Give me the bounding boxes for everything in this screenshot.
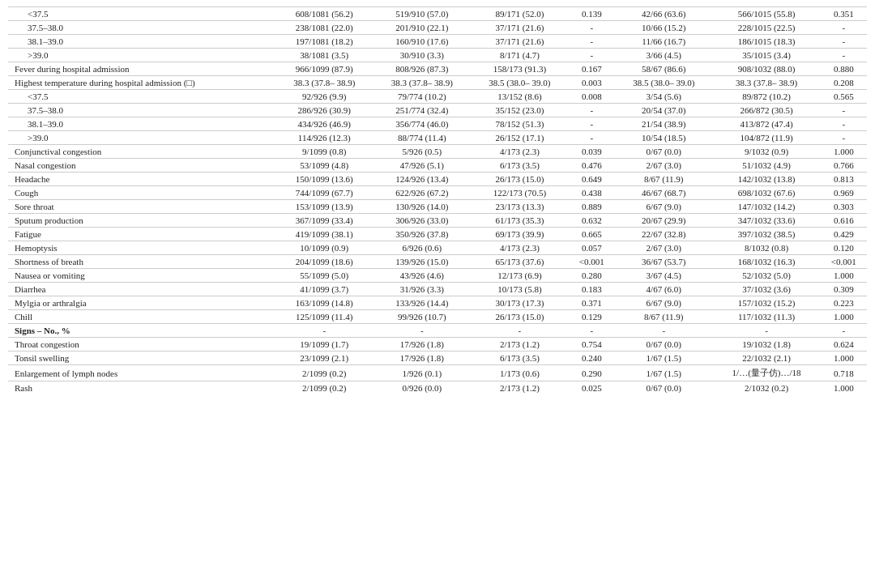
row-cell: 0.649 bbox=[569, 173, 615, 186]
row-cell: 566/1015 (55.8) bbox=[713, 7, 821, 21]
table-row: Sore throat153/1099 (13.9)130/926 (14.0)… bbox=[8, 200, 867, 214]
row-cell: 0.476 bbox=[569, 159, 615, 173]
row-cell: - bbox=[821, 21, 867, 35]
row-cell: 6/67 (9.0) bbox=[615, 200, 713, 214]
row-cell: 42/66 (63.6) bbox=[615, 7, 713, 21]
row-label: Chill bbox=[8, 310, 275, 324]
table-row: 37.5–38.0238/1081 (22.0)201/910 (22.1)37… bbox=[8, 21, 867, 35]
row-label: <37.5 bbox=[8, 90, 275, 104]
row-cell: 147/1032 (14.2) bbox=[713, 200, 821, 214]
table-row: <37.5608/1081 (56.2)519/910 (57.0)89/171… bbox=[8, 7, 867, 21]
row-cell: 37/1032 (3.6) bbox=[713, 283, 821, 296]
table-row: Nausea or vomiting55/1099 (5.0)43/926 (4… bbox=[8, 269, 867, 283]
row-cell: 117/1032 (11.3) bbox=[713, 310, 821, 324]
row-cell: - bbox=[615, 324, 713, 338]
row-cell: 142/1032 (13.8) bbox=[713, 173, 821, 186]
row-cell: 38.3 (37.8– 38.9) bbox=[275, 76, 373, 90]
table-row: >39.0114/926 (12.3)88/774 (11.4)26/152 (… bbox=[8, 131, 867, 145]
row-cell: 23/173 (13.3) bbox=[471, 200, 569, 214]
row-cell: 163/1099 (14.8) bbox=[275, 296, 373, 310]
row-cell: 6/926 (0.6) bbox=[373, 241, 472, 255]
row-cell: 0.008 bbox=[569, 90, 615, 104]
row-cell: 17/926 (1.8) bbox=[373, 352, 472, 365]
row-cell: 0.880 bbox=[821, 62, 867, 76]
row-cell: 3/67 (4.5) bbox=[615, 269, 713, 283]
row-cell: 0.208 bbox=[821, 76, 867, 90]
row-cell: - bbox=[569, 21, 615, 35]
row-cell: 1.000 bbox=[821, 145, 867, 159]
table-row: Enlargement of lymph nodes2/1099 (0.2)1/… bbox=[8, 365, 867, 381]
row-cell: 1/…(量子仿)…/18 bbox=[713, 365, 821, 381]
row-cell: 78/152 (51.3) bbox=[471, 117, 569, 131]
row-cell: 419/1099 (38.1) bbox=[275, 228, 373, 241]
row-cell: 61/173 (35.3) bbox=[471, 214, 569, 228]
row-cell: 150/1099 (13.6) bbox=[275, 173, 373, 186]
row-label: >39.0 bbox=[8, 49, 275, 62]
row-cell: 966/1099 (87.9) bbox=[275, 62, 373, 76]
row-cell: 0.429 bbox=[821, 228, 867, 241]
row-cell: 808/926 (87.3) bbox=[373, 62, 472, 76]
row-cell: 0.766 bbox=[821, 159, 867, 173]
row-cell: 104/872 (11.9) bbox=[713, 131, 821, 145]
row-label: Tonsil swelling bbox=[8, 352, 275, 365]
row-cell: 46/67 (68.7) bbox=[615, 186, 713, 200]
row-cell: 0.754 bbox=[569, 338, 615, 352]
row-cell: 0.120 bbox=[821, 241, 867, 255]
row-cell: 0/67 (0.0) bbox=[615, 381, 713, 395]
row-cell: 19/1032 (1.8) bbox=[713, 338, 821, 352]
row-cell: <0.001 bbox=[569, 255, 615, 269]
row-cell: 26/152 (17.1) bbox=[471, 131, 569, 145]
row-cell: 13/152 (8.6) bbox=[471, 90, 569, 104]
row-cell: 0.624 bbox=[821, 338, 867, 352]
row-label: <37.5 bbox=[8, 7, 275, 21]
row-cell: - bbox=[821, 49, 867, 62]
row-cell: 356/774 (46.0) bbox=[373, 117, 472, 131]
row-cell: 1.000 bbox=[821, 310, 867, 324]
row-cell: 8/171 (4.7) bbox=[471, 49, 569, 62]
row-cell: 36/67 (53.7) bbox=[615, 255, 713, 269]
row-cell: 6/173 (3.5) bbox=[471, 352, 569, 365]
row-cell: 2/173 (1.2) bbox=[471, 338, 569, 352]
row-cell: 608/1081 (56.2) bbox=[275, 7, 373, 21]
row-cell: 10/66 (15.2) bbox=[615, 21, 713, 35]
row-cell: 37/171 (21.6) bbox=[471, 21, 569, 35]
row-cell: 10/173 (5.8) bbox=[471, 283, 569, 296]
row-cell: 38.3 (37.8– 38.9) bbox=[373, 76, 472, 90]
row-cell: 0.280 bbox=[569, 269, 615, 283]
row-cell: 89/872 (10.2) bbox=[713, 90, 821, 104]
row-cell: 2/1099 (0.2) bbox=[275, 365, 373, 381]
row-cell: 38.5 (38.0– 39.0) bbox=[615, 76, 713, 90]
row-cell: 0.129 bbox=[569, 310, 615, 324]
row-cell: 38/1081 (3.5) bbox=[275, 49, 373, 62]
row-cell: 12/173 (6.9) bbox=[471, 269, 569, 283]
row-cell: 26/173 (15.0) bbox=[471, 310, 569, 324]
row-cell: 2/173 (1.2) bbox=[471, 381, 569, 395]
row-cell: - bbox=[821, 324, 867, 338]
row-cell: 88/774 (11.4) bbox=[373, 131, 472, 145]
row-cell: - bbox=[569, 49, 615, 62]
row-cell: 397/1032 (38.5) bbox=[713, 228, 821, 241]
row-cell: 8/1032 (0.8) bbox=[713, 241, 821, 255]
row-cell: 0.616 bbox=[821, 214, 867, 228]
row-cell: 52/1032 (5.0) bbox=[713, 269, 821, 283]
row-cell: 0.813 bbox=[821, 173, 867, 186]
row-cell: 186/1015 (18.3) bbox=[713, 35, 821, 49]
row-cell: 286/926 (30.9) bbox=[275, 104, 373, 117]
row-cell: 9/1032 (0.9) bbox=[713, 145, 821, 159]
row-cell: 35/1015 (3.4) bbox=[713, 49, 821, 62]
row-cell: 153/1099 (13.9) bbox=[275, 200, 373, 214]
row-label: Headache bbox=[8, 173, 275, 186]
row-label: Fever during hospital admission bbox=[8, 62, 275, 76]
table-row: Tonsil swelling23/1099 (2.1)17/926 (1.8)… bbox=[8, 352, 867, 365]
row-cell: 4/173 (2.3) bbox=[471, 145, 569, 159]
row-cell: - bbox=[821, 131, 867, 145]
row-cell: 306/926 (33.0) bbox=[373, 214, 472, 228]
row-cell: 8/67 (11.9) bbox=[615, 173, 713, 186]
table-row: Throat congestion19/1099 (1.7)17/926 (1.… bbox=[8, 338, 867, 352]
row-cell: 125/1099 (11.4) bbox=[275, 310, 373, 324]
table-row: Conjunctival congestion9/1099 (0.8)5/926… bbox=[8, 145, 867, 159]
row-cell: 0.057 bbox=[569, 241, 615, 255]
row-cell: 41/1099 (3.7) bbox=[275, 283, 373, 296]
row-label: 38.1–39.0 bbox=[8, 35, 275, 49]
row-cell: 0.438 bbox=[569, 186, 615, 200]
